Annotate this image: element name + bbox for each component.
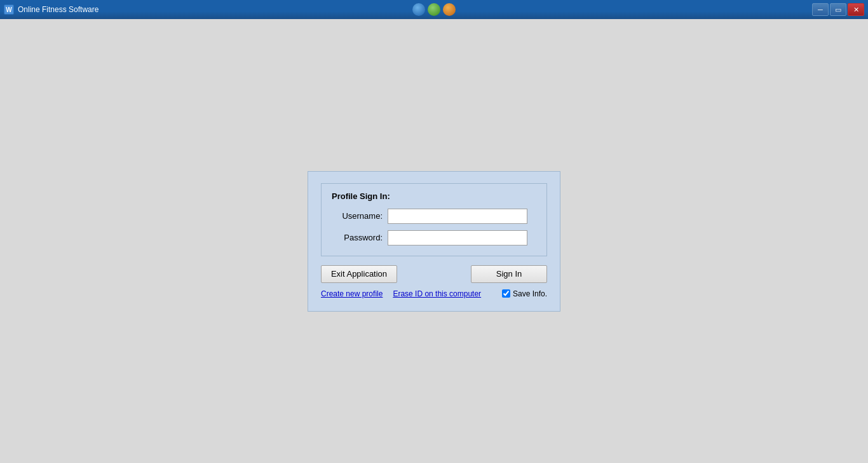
username-label: Username: <box>332 211 383 221</box>
titlebar-controls: ─ ▭ ✕ <box>812 3 864 16</box>
password-input[interactable] <box>388 230 527 245</box>
titlebar-left: W Online Fitness Software <box>4 4 98 15</box>
login-dialog: Profile Sign In: Username: Password: Exi… <box>308 171 560 312</box>
app-icon: W <box>4 4 14 15</box>
decoration-circle-blue <box>412 3 425 16</box>
save-info-row: Save Info. <box>502 289 547 298</box>
group-title: Profile Sign In: <box>332 191 536 201</box>
sign-in-button[interactable]: Sign In <box>471 265 547 283</box>
main-content: Profile Sign In: Username: Password: Exi… <box>0 19 868 463</box>
password-label: Password: <box>332 233 383 242</box>
links-row: Create new profile Erase ID on this comp… <box>321 289 547 298</box>
restore-button[interactable]: ▭ <box>830 3 846 16</box>
profile-signin-group: Profile Sign In: Username: Password: <box>321 183 547 256</box>
exit-application-button[interactable]: Exit Application <box>321 265 397 283</box>
decoration-circle-green <box>428 3 440 16</box>
minimize-button[interactable]: ─ <box>812 3 829 16</box>
password-row: Password: <box>332 230 536 245</box>
username-row: Username: <box>332 209 536 224</box>
app-title: Online Fitness Software <box>18 5 98 14</box>
close-button[interactable]: ✕ <box>848 3 864 16</box>
titlebar-decorations <box>412 3 456 16</box>
titlebar: W Online Fitness Software ─ ▭ ✕ <box>0 0 868 19</box>
erase-id-link[interactable]: Erase ID on this computer <box>393 289 481 298</box>
username-input[interactable] <box>388 209 527 224</box>
save-info-checkbox[interactable] <box>502 289 510 298</box>
buttons-row: Exit Application Sign In <box>321 265 547 283</box>
create-new-profile-link[interactable]: Create new profile <box>321 289 383 298</box>
decoration-circle-orange <box>443 3 456 16</box>
save-info-label: Save Info. <box>513 289 547 298</box>
